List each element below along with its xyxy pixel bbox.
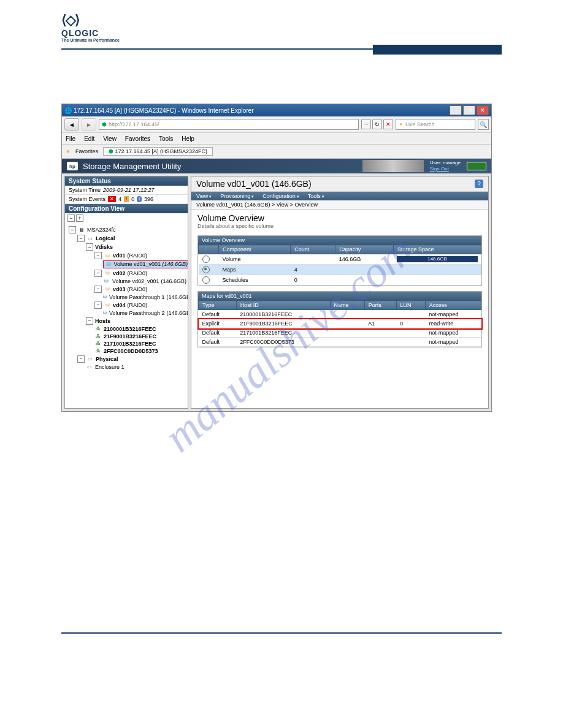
tree-vd04-vol[interactable]: ⛁ Volume Passthrough 2 (146.6GB) — [66, 309, 186, 317]
tree-hosts[interactable]: −Hosts — [66, 317, 186, 325]
menu-edit[interactable]: Edit — [84, 135, 94, 142]
config-view-header: Configuration View — [65, 204, 188, 213]
maximize-button[interactable]: ❐ — [463, 105, 475, 115]
collapse-all-button[interactable]: − — [67, 214, 75, 222]
tree-physical[interactable]: −▭Physical — [66, 355, 186, 363]
tree-host-3[interactable]: 🖧2171001B3216FEEC — [66, 340, 186, 347]
banner-image — [362, 160, 424, 172]
tree-vd01-vol[interactable]: ⛁ Volume vd01_v001 (146.6GB) — [66, 260, 186, 269]
error-icon: ✕ — [108, 196, 116, 202]
user-info: User: manage Sign Out — [430, 160, 461, 172]
menu-favorites[interactable]: Favorites — [125, 135, 150, 142]
status-indicator-icon — [467, 162, 486, 170]
menu-view[interactable]: View — [103, 135, 117, 142]
menu-file[interactable]: File — [66, 135, 75, 142]
tree-vd02[interactable]: −⛁vd02 (RAID0) — [66, 269, 186, 278]
menu-tools[interactable]: Tools — [159, 135, 173, 142]
browser-tab[interactable]: ⬢ 172.17.164.45 [A] (HSGMSA2324FC) — [103, 147, 213, 156]
tree-vd04[interactable]: −⛁vd04 (RAID0) — [66, 301, 186, 309]
favorites-star-icon[interactable]: ★ — [66, 148, 71, 154]
ie-icon: 🌐 — [64, 107, 72, 114]
tree-vd01[interactable]: −⛁vd01 (RAID0) — [66, 251, 186, 260]
table-row[interactable]: Explicit21F9001B3216FEECA10read-write — [199, 319, 481, 328]
close-button[interactable]: ✕ — [477, 105, 489, 115]
search-button[interactable]: 🔍 — [478, 119, 489, 130]
search-input[interactable]: ✦ Live Search — [396, 119, 475, 130]
menu-view-dd[interactable]: View — [196, 193, 212, 199]
tree-vd03-vol[interactable]: ⛁ Volume Passthrough 1 (146.6GB) — [66, 294, 186, 301]
tree-vd03[interactable]: −⛁vd03 (RAID0) — [66, 285, 186, 294]
tree-host-4[interactable]: 🖧2FFC00C0DD0D5373 — [66, 347, 186, 355]
menu-provisioning-dd[interactable]: Provisioning — [220, 193, 254, 199]
table-row[interactable]: Volume 146.6GB 146.6GB — [199, 254, 481, 265]
tree-enclosure[interactable]: ▭Enclosure 1 — [66, 363, 186, 371]
tree-vdisks[interactable]: −Vdisks — [66, 243, 186, 251]
sign-out-link[interactable]: Sign Out — [430, 166, 449, 172]
app-title: Storage Management Utility — [83, 162, 181, 171]
address-bar[interactable]: ⬢ http://172.17.164.45/ — [99, 119, 359, 130]
ie-window: 🌐 172.17.164.45 [A] (HSGMSA2324FC) - Win… — [61, 104, 492, 412]
window-title: 172.17.164.45 [A] (HSGMSA2324FC) - Windo… — [72, 107, 450, 114]
tree-host-1[interactable]: 🖧2100001B3216FEEC — [66, 325, 186, 333]
table-row[interactable]: Schedules 0 — [199, 275, 481, 286]
overview-title: Volume Overview — [191, 210, 488, 223]
radio-icon[interactable] — [202, 256, 210, 263]
tree-root[interactable]: −🖥MSA2324fc — [66, 226, 186, 234]
warning-icon: ! — [124, 196, 129, 202]
overview-subtitle: Details about a specific volume — [191, 223, 488, 233]
page-icon: ⬢ — [102, 121, 107, 127]
tree-logical[interactable]: −▭Logical — [66, 234, 186, 243]
go-button[interactable]: → — [361, 119, 371, 129]
expand-all-button[interactable]: + — [76, 214, 83, 222]
footer-divider — [61, 632, 502, 634]
maps-table: Maps for vd01_v001 Type Host ID Name Por… — [197, 291, 482, 347]
radio-icon[interactable] — [202, 276, 210, 284]
search-provider-icon: ✦ — [399, 121, 404, 127]
refresh-button[interactable]: ↻ — [372, 119, 382, 129]
system-time-label: System Time — [69, 187, 101, 193]
system-time-value: 2009-09-21 17:12:27 — [103, 187, 155, 193]
browser-menubar: File Edit View Favorites Tools Help — [62, 133, 491, 145]
table-row[interactable]: Default2171001B3216FEECnot-mapped — [199, 328, 481, 338]
menu-configuration-dd[interactable]: Configuration — [262, 193, 299, 199]
table-row[interactable]: Maps 4 — [199, 265, 481, 275]
forward-button[interactable]: ► — [82, 118, 96, 131]
radio-icon[interactable] — [202, 266, 210, 273]
hp-logo-icon: hp — [67, 162, 78, 170]
info-icon: i — [137, 196, 142, 202]
qlogic-logo: ⟨◇⟩ QLOGIC The Ultimate in Performance — [61, 0, 502, 48]
tree-vd02-vol[interactable]: ⛁ Volume vd02_v001 (146.6GB) — [66, 278, 186, 285]
volume-title: Volume vd01_v001 (146.6GB) — [196, 179, 312, 189]
back-button[interactable]: ◄ — [64, 118, 79, 131]
help-button[interactable]: ? — [475, 180, 483, 188]
favorites-label[interactable]: Favorites — [75, 148, 98, 154]
app-header: hp Storage Management Utility User: mana… — [62, 159, 491, 173]
config-tree: −🖥MSA2324fc −▭Logical −Vdisks −⛁vd01 (RA… — [65, 223, 188, 408]
system-events-label: System Events — [69, 196, 105, 202]
menu-tools-dd[interactable]: Tools — [308, 193, 324, 199]
stop-button[interactable]: ✕ — [383, 119, 393, 129]
volume-menu-strip: View Provisioning Configuration Tools — [191, 192, 488, 200]
minimize-button[interactable]: _ — [450, 105, 462, 115]
window-titlebar: 🌐 172.17.164.45 [A] (HSGMSA2324FC) - Win… — [62, 104, 491, 116]
system-status-header: System Status — [65, 176, 188, 186]
table-row[interactable]: Default2FFC00C0DD0D5373not-mapped — [199, 338, 481, 347]
tree-host-2[interactable]: 🖧21F9001B3216FEEC — [66, 333, 186, 340]
menu-help[interactable]: Help — [182, 135, 194, 142]
table-row[interactable]: Default2100001B3216FEECnot-mapped — [199, 310, 481, 319]
volume-overview-table: Volume Overview Component Count Capacity… — [197, 235, 482, 286]
breadcrumb: Volume vd01_v001 (146.6GB) > View > Over… — [191, 200, 488, 210]
